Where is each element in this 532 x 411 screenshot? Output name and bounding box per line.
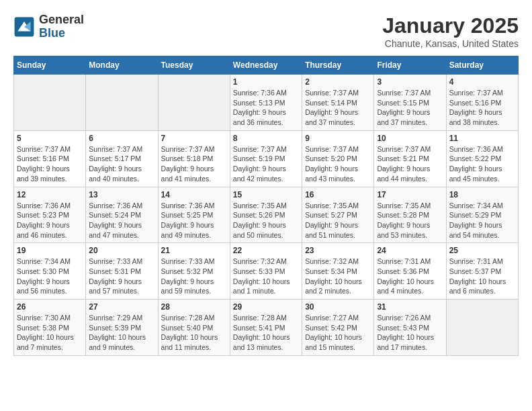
day-number: 12 xyxy=(17,190,83,199)
calendar-cell: 25Sunrise: 7:31 AM Sunset: 5:37 PM Dayli… xyxy=(446,243,518,300)
calendar-cell: 15Sunrise: 7:35 AM Sunset: 5:26 PM Dayli… xyxy=(230,187,302,243)
calendar-cell: 26Sunrise: 7:30 AM Sunset: 5:38 PM Dayli… xyxy=(14,300,86,356)
day-number: 28 xyxy=(161,302,227,312)
day-info: Sunrise: 7:36 AM Sunset: 5:24 PM Dayligh… xyxy=(89,201,154,240)
day-number: 14 xyxy=(161,190,227,199)
logo-blue: Blue xyxy=(39,27,84,40)
day-number: 19 xyxy=(17,246,83,255)
day-number: 20 xyxy=(89,246,154,255)
header-monday: Monday xyxy=(86,56,158,75)
day-info: Sunrise: 7:34 AM Sunset: 5:29 PM Dayligh… xyxy=(449,201,515,240)
calendar-cell: 2Sunrise: 7:37 AM Sunset: 5:14 PM Daylig… xyxy=(302,75,374,131)
page-header: General Blue January 2025 Chanute, Kansa… xyxy=(13,13,519,49)
calendar-cell: 19Sunrise: 7:34 AM Sunset: 5:30 PM Dayli… xyxy=(14,243,86,300)
day-info: Sunrise: 7:33 AM Sunset: 5:32 PM Dayligh… xyxy=(161,257,227,296)
header-saturday: Saturday xyxy=(446,56,518,75)
calendar-header-row: Sunday Monday Tuesday Wednesday Thursday… xyxy=(14,56,519,75)
day-info: Sunrise: 7:37 AM Sunset: 5:19 PM Dayligh… xyxy=(233,144,299,184)
day-number: 18 xyxy=(449,190,515,199)
day-number: 24 xyxy=(377,246,443,255)
day-info: Sunrise: 7:35 AM Sunset: 5:26 PM Dayligh… xyxy=(233,201,299,240)
day-number: 4 xyxy=(449,77,515,87)
calendar-week-row: 1Sunrise: 7:36 AM Sunset: 5:13 PM Daylig… xyxy=(14,75,519,131)
month-title: January 2025 xyxy=(382,13,519,38)
calendar-cell: 14Sunrise: 7:36 AM Sunset: 5:25 PM Dayli… xyxy=(158,187,230,243)
calendar-cell: 3Sunrise: 7:37 AM Sunset: 5:15 PM Daylig… xyxy=(374,75,446,131)
day-number: 26 xyxy=(17,302,83,312)
day-info: Sunrise: 7:36 AM Sunset: 5:23 PM Dayligh… xyxy=(17,201,83,240)
calendar-cell: 5Sunrise: 7:37 AM Sunset: 5:16 PM Daylig… xyxy=(14,130,86,187)
calendar-cell: 10Sunrise: 7:37 AM Sunset: 5:21 PM Dayli… xyxy=(374,130,446,187)
day-number: 8 xyxy=(233,134,299,143)
calendar-week-row: 5Sunrise: 7:37 AM Sunset: 5:16 PM Daylig… xyxy=(14,130,519,187)
calendar-cell: 17Sunrise: 7:35 AM Sunset: 5:28 PM Dayli… xyxy=(374,187,446,243)
calendar-week-row: 12Sunrise: 7:36 AM Sunset: 5:23 PM Dayli… xyxy=(14,187,519,243)
calendar-body: 1Sunrise: 7:36 AM Sunset: 5:13 PM Daylig… xyxy=(14,75,519,356)
day-info: Sunrise: 7:37 AM Sunset: 5:16 PM Dayligh… xyxy=(449,88,515,128)
calendar-cell: 9Sunrise: 7:37 AM Sunset: 5:20 PM Daylig… xyxy=(302,130,374,187)
day-number: 2 xyxy=(305,77,371,87)
calendar-cell: 1Sunrise: 7:36 AM Sunset: 5:13 PM Daylig… xyxy=(230,75,302,131)
logo: General Blue xyxy=(13,13,84,40)
day-info: Sunrise: 7:37 AM Sunset: 5:21 PM Dayligh… xyxy=(377,144,443,184)
day-info: Sunrise: 7:37 AM Sunset: 5:15 PM Dayligh… xyxy=(377,88,443,128)
calendar-cell: 24Sunrise: 7:31 AM Sunset: 5:36 PM Dayli… xyxy=(374,243,446,300)
calendar-cell: 27Sunrise: 7:29 AM Sunset: 5:39 PM Dayli… xyxy=(86,300,158,356)
day-number: 10 xyxy=(377,134,443,143)
calendar: Sunday Monday Tuesday Wednesday Thursday… xyxy=(13,56,519,356)
calendar-cell: 12Sunrise: 7:36 AM Sunset: 5:23 PM Dayli… xyxy=(14,187,86,243)
day-info: Sunrise: 7:36 AM Sunset: 5:22 PM Dayligh… xyxy=(449,144,515,184)
logo-general: General xyxy=(39,13,84,27)
header-wednesday: Wednesday xyxy=(230,56,302,75)
day-info: Sunrise: 7:37 AM Sunset: 5:16 PM Dayligh… xyxy=(17,144,83,184)
day-number: 25 xyxy=(449,246,515,255)
calendar-cell: 31Sunrise: 7:26 AM Sunset: 5:43 PM Dayli… xyxy=(374,300,446,356)
location: Chanute, Kansas, United States xyxy=(382,38,519,49)
header-sunday: Sunday xyxy=(14,56,86,75)
day-number: 1 xyxy=(233,77,299,87)
day-info: Sunrise: 7:26 AM Sunset: 5:43 PM Dayligh… xyxy=(377,313,443,353)
day-number: 29 xyxy=(233,302,299,312)
day-info: Sunrise: 7:35 AM Sunset: 5:28 PM Dayligh… xyxy=(377,201,443,240)
day-info: Sunrise: 7:37 AM Sunset: 5:20 PM Dayligh… xyxy=(305,144,371,184)
calendar-cell: 28Sunrise: 7:28 AM Sunset: 5:40 PM Dayli… xyxy=(158,300,230,356)
calendar-cell xyxy=(86,75,158,131)
day-info: Sunrise: 7:28 AM Sunset: 5:41 PM Dayligh… xyxy=(233,313,299,353)
calendar-cell xyxy=(14,75,86,131)
day-info: Sunrise: 7:29 AM Sunset: 5:39 PM Dayligh… xyxy=(89,313,154,353)
day-info: Sunrise: 7:32 AM Sunset: 5:34 PM Dayligh… xyxy=(305,257,371,296)
calendar-cell: 11Sunrise: 7:36 AM Sunset: 5:22 PM Dayli… xyxy=(446,130,518,187)
calendar-cell: 4Sunrise: 7:37 AM Sunset: 5:16 PM Daylig… xyxy=(446,75,518,131)
calendar-week-row: 26Sunrise: 7:30 AM Sunset: 5:38 PM Dayli… xyxy=(14,300,519,356)
day-number: 22 xyxy=(233,246,299,255)
header-thursday: Thursday xyxy=(302,56,374,75)
day-info: Sunrise: 7:28 AM Sunset: 5:40 PM Dayligh… xyxy=(161,313,227,353)
header-tuesday: Tuesday xyxy=(158,56,230,75)
day-number: 5 xyxy=(17,134,83,143)
calendar-cell: 22Sunrise: 7:32 AM Sunset: 5:33 PM Dayli… xyxy=(230,243,302,300)
calendar-cell: 8Sunrise: 7:37 AM Sunset: 5:19 PM Daylig… xyxy=(230,130,302,187)
day-number: 7 xyxy=(161,134,227,143)
day-number: 9 xyxy=(305,134,371,143)
day-number: 6 xyxy=(89,134,154,143)
logo-icon xyxy=(13,16,35,38)
day-info: Sunrise: 7:31 AM Sunset: 5:36 PM Dayligh… xyxy=(377,257,443,296)
day-info: Sunrise: 7:36 AM Sunset: 5:13 PM Dayligh… xyxy=(233,88,299,128)
day-info: Sunrise: 7:37 AM Sunset: 5:17 PM Dayligh… xyxy=(89,144,154,184)
day-info: Sunrise: 7:34 AM Sunset: 5:30 PM Dayligh… xyxy=(17,257,83,296)
calendar-cell: 13Sunrise: 7:36 AM Sunset: 5:24 PM Dayli… xyxy=(86,187,158,243)
day-number: 13 xyxy=(89,190,154,199)
header-friday: Friday xyxy=(374,56,446,75)
calendar-cell: 20Sunrise: 7:33 AM Sunset: 5:31 PM Dayli… xyxy=(86,243,158,300)
day-number: 23 xyxy=(305,246,371,255)
day-info: Sunrise: 7:33 AM Sunset: 5:31 PM Dayligh… xyxy=(89,257,154,296)
day-info: Sunrise: 7:30 AM Sunset: 5:38 PM Dayligh… xyxy=(17,313,83,353)
day-number: 27 xyxy=(89,302,154,312)
day-info: Sunrise: 7:32 AM Sunset: 5:33 PM Dayligh… xyxy=(233,257,299,296)
title-block: January 2025 Chanute, Kansas, United Sta… xyxy=(382,13,519,49)
day-info: Sunrise: 7:36 AM Sunset: 5:25 PM Dayligh… xyxy=(161,201,227,240)
day-info: Sunrise: 7:37 AM Sunset: 5:18 PM Dayligh… xyxy=(161,144,227,184)
calendar-cell xyxy=(158,75,230,131)
calendar-cell xyxy=(446,300,518,356)
calendar-cell: 16Sunrise: 7:35 AM Sunset: 5:27 PM Dayli… xyxy=(302,187,374,243)
